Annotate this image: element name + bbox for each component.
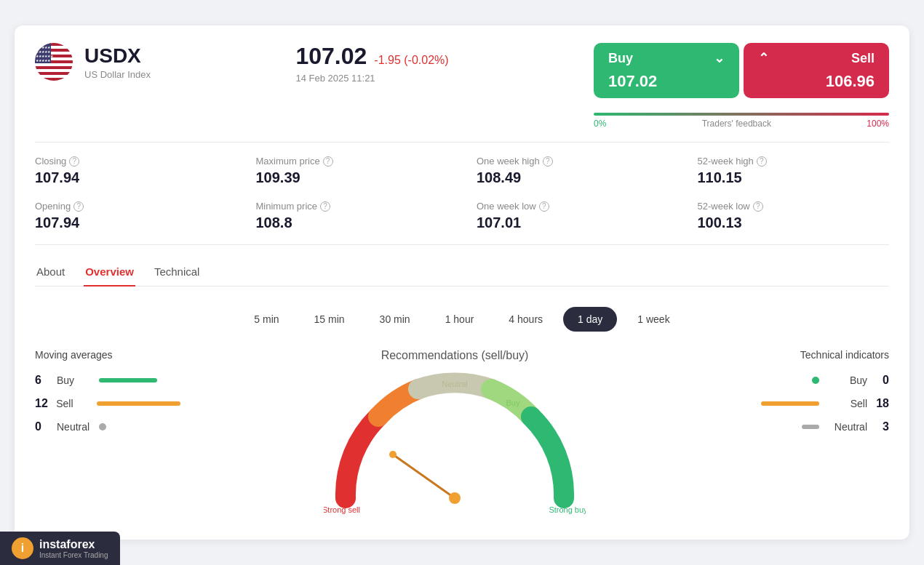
info-icon-3: ? xyxy=(757,156,767,167)
time-btn-30min[interactable]: 30 min xyxy=(365,307,425,332)
ma-row-neutral: 0 Neutral xyxy=(35,420,180,433)
moving-averages: Moving averages 6 Buy 12 Sell 0 Neutral xyxy=(35,349,180,444)
divider-1 xyxy=(35,142,889,143)
buy-label: Buy xyxy=(608,51,633,66)
feedback-labels: 0% Traders' feedback 100% xyxy=(594,119,889,129)
buy-gauge-label: Buy xyxy=(506,398,520,407)
sell-gauge-label: Sell xyxy=(390,398,403,407)
stat-item-7: 52-week low ?100.13 xyxy=(698,201,890,231)
time-btn-1week[interactable]: 1 week xyxy=(623,307,684,332)
ma-count-sell: 12 xyxy=(35,397,49,410)
ti-count-sell: 18 xyxy=(875,397,889,410)
main-card: ★★★★★★ ★★★★★ ★★★★★★ ★★★★★ USDX US Dollar… xyxy=(15,25,909,540)
stat-label-0: Closing ? xyxy=(35,156,227,167)
svg-point-16 xyxy=(449,492,461,504)
info-icon-1: ? xyxy=(323,156,333,167)
stat-item-6: One week low ?107.01 xyxy=(477,201,669,231)
ticker-info: USDX US Dollar Index xyxy=(84,44,151,80)
info-icon-6: ? xyxy=(539,201,549,212)
price-value: 107.02 xyxy=(295,43,367,70)
stat-label-1: Maximum price ? xyxy=(256,156,448,167)
svg-line-15 xyxy=(393,454,455,498)
header-left: ★★★★★★ ★★★★★ ★★★★★★ ★★★★★ USDX US Dollar… xyxy=(35,43,151,81)
stat-value-3: 110.15 xyxy=(698,169,890,186)
stat-item-3: 52-week high ?110.15 xyxy=(698,156,890,186)
tech-indicators-title: Technical indicators xyxy=(729,349,889,361)
time-btn-15min[interactable]: 15 min xyxy=(300,307,359,332)
logo-tagline: Instant Forex Trading xyxy=(39,551,108,559)
ma-row-sell: 12 Sell xyxy=(35,397,180,410)
ma-bar-sell xyxy=(97,401,180,406)
ti-count-neutral: 3 xyxy=(875,420,889,433)
price-date: 14 Feb 2025 11:21 xyxy=(295,73,448,84)
ti-label-sell: Sell xyxy=(827,398,867,409)
feedback-bar-container: 0% Traders' feedback 100% xyxy=(35,113,889,129)
sell-label: Sell xyxy=(851,51,875,66)
moving-averages-title: Moving averages xyxy=(35,349,180,361)
price-change: -1.95 (-0.02%) xyxy=(374,54,448,67)
ma-label-neutral: Neutral xyxy=(57,421,92,433)
ti-label-buy: Buy xyxy=(827,374,867,386)
logo-text-wrap: instaforex Instant Forex Trading xyxy=(39,538,108,559)
strong-sell-label: Strong sell xyxy=(324,505,360,514)
ma-row-buy: 6 Buy xyxy=(35,374,180,387)
divider-2 xyxy=(35,244,889,245)
buy-price: 107.02 xyxy=(608,72,657,91)
flag-icon: ★★★★★★ ★★★★★ ★★★★★★ ★★★★★ xyxy=(35,43,73,81)
tabs: AboutOverviewTechnical xyxy=(35,258,889,286)
time-btn-4hours[interactable]: 4 hours xyxy=(494,307,557,332)
tab-about[interactable]: About xyxy=(35,258,66,286)
sell-button[interactable]: ⌃ Sell 106.96 xyxy=(744,43,889,98)
ti-bar-neutral xyxy=(802,425,819,429)
feedback-pct-left: 0% xyxy=(594,119,606,129)
svg-text:★★★★★: ★★★★★ xyxy=(36,58,51,63)
info-icon-4: ? xyxy=(73,201,84,212)
ma-label-buy: Buy xyxy=(57,374,92,386)
tech-indicators: Technical indicators Buy 0 Sell 18 Neutr… xyxy=(729,349,889,444)
ti-row-neutral: Neutral 3 xyxy=(729,420,889,433)
stat-value-1: 109.39 xyxy=(256,169,448,186)
chevron-down-icon: ⌄ xyxy=(714,50,725,66)
ti-rows: Buy 0 Sell 18 Neutral 3 xyxy=(729,374,889,433)
ma-count-buy: 6 xyxy=(35,374,49,387)
chevron-up-icon: ⌃ xyxy=(758,50,769,66)
ma-count-neutral: 0 xyxy=(35,420,49,433)
gauge-container: Recommendations (sell/buy) Strong sell xyxy=(309,349,600,516)
stats-grid: Closing ?107.94Maximum price ?109.39One … xyxy=(35,156,889,231)
feedback-center-label: Traders' feedback xyxy=(702,119,771,129)
trade-buttons: Buy ⌄ 107.02 ⌃ Sell 106.96 xyxy=(594,43,889,98)
time-btn-1day[interactable]: 1 day xyxy=(563,307,617,332)
info-icon-0: ? xyxy=(69,156,79,167)
stat-item-5: Minimum price ?108.8 xyxy=(256,201,448,231)
buy-button[interactable]: Buy ⌄ 107.02 xyxy=(594,43,739,98)
feedback-bar-wrap: 0% Traders' feedback 100% xyxy=(594,113,889,129)
neutral-gauge-label: Neutral xyxy=(442,380,467,388)
time-btn-5min[interactable]: 5 min xyxy=(239,307,293,332)
svg-rect-7 xyxy=(35,66,73,69)
svg-point-17 xyxy=(389,451,397,458)
stat-value-7: 100.13 xyxy=(698,215,890,231)
gauge-needle xyxy=(389,451,461,504)
logo-bar: i instaforex Instant Forex Trading xyxy=(0,532,120,565)
ticker-symbol: USDX xyxy=(84,44,151,68)
tab-technical[interactable]: Technical xyxy=(153,258,202,286)
time-buttons: 5 min15 min30 min1 hour4 hours1 day1 wee… xyxy=(35,307,889,332)
stat-label-5: Minimum price ? xyxy=(256,201,448,212)
tab-overview[interactable]: Overview xyxy=(84,258,135,286)
price-block: 107.02 -1.95 (-0.02%) 14 Feb 2025 11:21 xyxy=(295,43,448,84)
ti-label-neutral: Neutral xyxy=(827,421,867,433)
logo-icon: i xyxy=(12,537,33,559)
stat-value-4: 107.94 xyxy=(35,215,227,231)
gauge-svg: Strong sell Sell Neutral Buy Strong buy xyxy=(324,371,586,516)
stat-item-4: Opening ?107.94 xyxy=(35,201,227,231)
time-btn-1hour[interactable]: 1 hour xyxy=(431,307,489,332)
stat-value-6: 107.01 xyxy=(477,215,669,231)
ti-dot-buy xyxy=(812,377,819,384)
svg-rect-3 xyxy=(35,43,73,46)
ma-rows: 6 Buy 12 Sell 0 Neutral xyxy=(35,374,180,433)
feedback-bar xyxy=(594,113,889,116)
info-icon-5: ? xyxy=(320,201,330,212)
stat-value-5: 108.8 xyxy=(256,215,448,231)
stat-label-4: Opening ? xyxy=(35,201,227,212)
ma-dot xyxy=(99,423,106,430)
